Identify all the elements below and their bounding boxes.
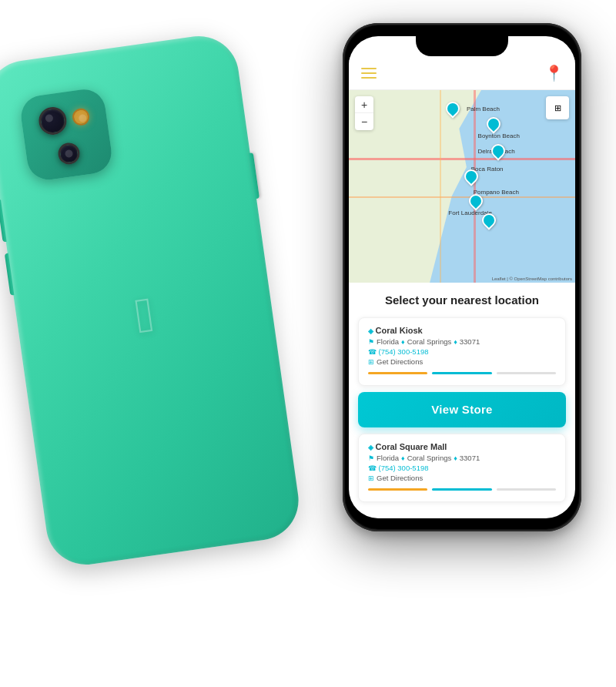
- location-address-2: ⚑ Florida ♦ Coral Springs ♦ 33071: [368, 454, 556, 462]
- power-button[interactable]: [249, 152, 259, 199]
- pin-icon-2: ♦: [401, 454, 405, 462]
- tab-inactive-2: [497, 488, 556, 491]
- location-phone-1[interactable]: ☎ (754) 300-5198: [368, 347, 556, 356]
- location-directions-1[interactable]: ⊞ Get Directions: [368, 357, 556, 366]
- app-header: 📍: [349, 56, 575, 90]
- location-directions-2[interactable]: ⊞ Get Directions: [368, 474, 556, 482]
- location-card-2[interactable]: ◈ Coral Square Mall ⚑ Florida ♦ Coral Sp…: [358, 434, 566, 502]
- zoom-in-button[interactable]: +: [355, 96, 373, 113]
- volume-down-button[interactable]: [5, 253, 15, 296]
- map-zoom-controls[interactable]: + −: [355, 96, 373, 130]
- location-name-1: ◈ Coral Kiosk: [368, 326, 556, 335]
- store-icon-2: ◈: [368, 444, 376, 451]
- location-header-icon: 📍: [544, 64, 563, 82]
- tab-orange-2: [368, 488, 427, 491]
- section-title: Select your nearest location: [349, 283, 575, 314]
- view-store-label: View Store: [431, 403, 492, 416]
- flash-lens: [72, 107, 91, 126]
- flag-icon-1: ⚑: [368, 338, 374, 346]
- map-label-palm-beach: Palm Beach: [467, 106, 500, 112]
- map-label-boynton-beach: Boynton Beach: [478, 132, 520, 139]
- screen: 📍 Palm Beach Boynton Beach Delray Beach …: [349, 36, 575, 518]
- tab-orange-1: [368, 372, 427, 374]
- location-name-2: ◈ Coral Square Mall: [368, 442, 556, 451]
- card-tabs-1: [368, 372, 556, 374]
- tab-inactive-1: [497, 372, 556, 374]
- location-card-1[interactable]: ◈ Coral Kiosk ⚑ Florida ♦ Coral Springs …: [358, 317, 566, 386]
- map-pin-1[interactable]: [447, 102, 459, 117]
- zip-icon-1: ♦: [454, 338, 457, 346]
- zip-icon-2: ♦: [454, 454, 457, 462]
- card-tabs-2: [368, 488, 556, 491]
- pin-icon-1: ♦: [401, 338, 405, 346]
- notch: [416, 36, 508, 56]
- map-pin-4[interactable]: [465, 169, 477, 185]
- tab-cyan-1: [432, 372, 491, 374]
- tab-cyan-2: [432, 488, 491, 491]
- directions-icon-1: ⊞: [368, 358, 374, 366]
- directions-icon-2: ⊞: [368, 474, 374, 482]
- scene:  📍: [0, 0, 616, 687]
- map-road-horizontal-2: [349, 196, 575, 198]
- hamburger-menu-icon[interactable]: [361, 68, 377, 79]
- map-area[interactable]: Palm Beach Boynton Beach Delray Beach Bo…: [349, 90, 575, 283]
- phone-front-inner: 📍 Palm Beach Boynton Beach Delray Beach …: [345, 25, 579, 529]
- view-store-button[interactable]: View Store: [358, 392, 566, 427]
- location-phone-2[interactable]: ☎ (754) 300-5198: [368, 464, 556, 472]
- apple-logo: : [132, 290, 157, 341]
- main-camera-lens: [37, 105, 69, 136]
- map-road-vertical-2: [440, 90, 441, 283]
- map-road-horizontal-1: [349, 158, 575, 160]
- phone-icon-2: ☎: [368, 464, 379, 472]
- store-icon-1: ◈: [368, 327, 376, 335]
- map-attribution: Leaflet | © OpenStreetMap contributors: [492, 276, 572, 281]
- camera-module: [18, 87, 114, 183]
- secondary-camera-lens: [57, 141, 82, 166]
- map-road-vertical-1: [474, 90, 476, 283]
- map-pin-5[interactable]: [470, 194, 482, 209]
- layers-icon: ⊞: [554, 103, 561, 113]
- map-layers-button[interactable]: ⊞: [546, 96, 569, 119]
- phone-front: 📍 Palm Beach Boynton Beach Delray Beach …: [343, 23, 581, 531]
- map-pin-3[interactable]: [492, 144, 504, 159]
- map-pin-2[interactable]: [487, 117, 500, 132]
- scroll-content: Select your nearest location ◈ Coral Kio…: [349, 283, 575, 518]
- map-pin-6[interactable]: [483, 213, 495, 229]
- phone-back: : [0, 31, 303, 570]
- flag-icon-2: ⚑: [368, 454, 374, 462]
- phone-icon-1: ☎: [368, 348, 379, 356]
- zoom-out-button[interactable]: −: [355, 113, 373, 130]
- volume-up-button[interactable]: [0, 199, 7, 242]
- location-address-1: ⚑ Florida ♦ Coral Springs ♦ 33071: [368, 337, 556, 346]
